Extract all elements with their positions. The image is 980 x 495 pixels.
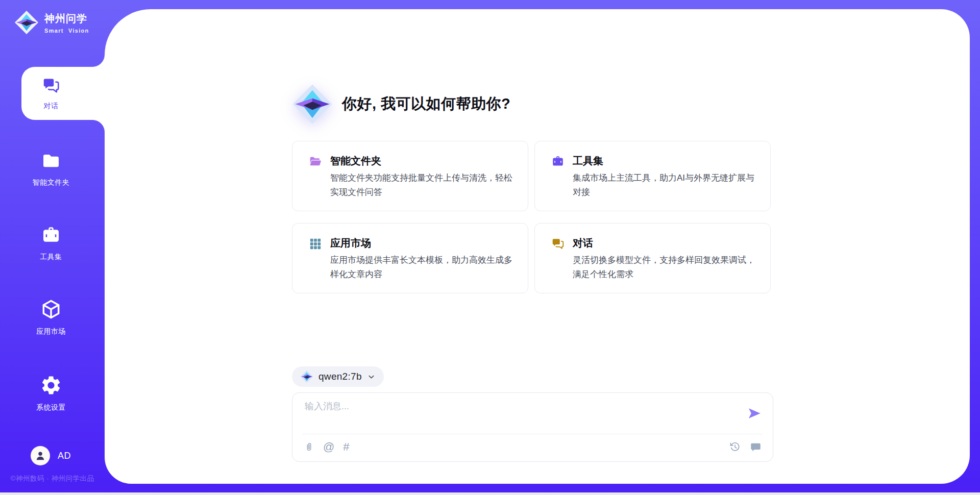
card-title: 应用市场 bbox=[330, 236, 513, 250]
user-chip[interactable]: AD bbox=[31, 446, 71, 465]
mention-icon[interactable]: @ bbox=[323, 441, 334, 453]
sidebar-item-chat[interactable]: 对话 bbox=[0, 77, 102, 111]
sidebar-item-label: 工具集 bbox=[0, 253, 102, 262]
chat-icon bbox=[42, 77, 60, 95]
card-app-market[interactable]: 应用市场 应用市场提供丰富长文本模板，助力高效生成多样化文章内容 bbox=[292, 223, 528, 293]
bottom-strip bbox=[0, 492, 980, 495]
card-chat[interactable]: 对话 灵活切换多模型文件，支持多样回复效果调试，满足个性化需求 bbox=[534, 223, 771, 293]
diamond-logo-icon bbox=[14, 10, 39, 35]
apps-grid-icon bbox=[309, 237, 322, 282]
card-body: 智能文件夹 智能文件夹功能支持批量文件上传与清洗，轻松实现文件问答 bbox=[330, 154, 513, 200]
sidebar-item-label: 智能文件夹 bbox=[0, 178, 102, 187]
composer: @ # bbox=[292, 392, 773, 462]
folder-open-icon bbox=[309, 155, 322, 200]
topic-hash-icon[interactable]: # bbox=[343, 441, 349, 453]
card-description: 集成市场上主流工具，助力AI与外界无缝扩展与对接 bbox=[573, 171, 756, 200]
card-body: 工具集 集成市场上主流工具，助力AI与外界无缝扩展与对接 bbox=[573, 154, 756, 200]
message-input[interactable] bbox=[305, 400, 723, 429]
card-toolset[interactable]: 工具集 集成市场上主流工具，助力AI与外界无缝扩展与对接 bbox=[534, 141, 771, 211]
greeting-title: 你好, 我可以如何帮助你? bbox=[342, 94, 510, 114]
brand-text: 神州问学 Smart Vision bbox=[44, 12, 89, 34]
card-smart-folder[interactable]: 智能文件夹 智能文件夹功能支持批量文件上传与清洗，轻松实现文件问答 bbox=[292, 141, 528, 211]
notch-fillet-top bbox=[92, 55, 105, 67]
chevron-down-icon bbox=[367, 373, 376, 381]
greeting: 你好, 我可以如何帮助你? bbox=[292, 84, 510, 125]
avatar bbox=[31, 446, 50, 465]
history-icon[interactable] bbox=[729, 441, 741, 453]
sidebar: 神州问学 Smart Vision 对话 智能文件夹 工具集 bbox=[0, 0, 105, 495]
chat-icon bbox=[551, 237, 565, 282]
sidebar-item-toolset[interactable]: 工具集 bbox=[0, 226, 102, 262]
card-body: 应用市场 应用市场提供丰富长文本模板，助力高效生成多样化文章内容 bbox=[330, 236, 513, 282]
send-icon[interactable] bbox=[747, 406, 762, 420]
sidebar-item-app-market[interactable]: 应用市场 bbox=[0, 298, 102, 336]
sidebar-item-label: 应用市场 bbox=[0, 327, 102, 336]
brand: 神州问学 Smart Vision bbox=[14, 10, 89, 35]
copyright: ©神州数码 · 神州问学出品 bbox=[0, 474, 105, 483]
composer-toolbar: @ # bbox=[304, 438, 762, 456]
user-name: AD bbox=[58, 451, 71, 461]
composer-right-tools bbox=[729, 441, 762, 453]
sidebar-item-settings[interactable]: 系统设置 bbox=[0, 374, 102, 412]
composer-left-tools: @ # bbox=[304, 441, 350, 453]
composer-divider bbox=[303, 434, 763, 434]
gear-icon bbox=[40, 374, 62, 397]
card-title: 对话 bbox=[573, 236, 756, 250]
sidebar-item-label: 系统设置 bbox=[0, 403, 102, 412]
card-title: 智能文件夹 bbox=[330, 154, 513, 167]
card-description: 应用市场提供丰富长文本模板，助力高效生成多样化文章内容 bbox=[330, 253, 513, 282]
card-body: 对话 灵活切换多模型文件，支持多样回复效果调试，满足个性化需求 bbox=[573, 236, 756, 282]
feedback-bubble-icon[interactable] bbox=[750, 441, 762, 453]
feature-cards: 智能文件夹 智能文件夹功能支持批量文件上传与清洗，轻松实现文件问答 工具集 集成… bbox=[292, 141, 771, 293]
model-diamond-logo-icon bbox=[300, 370, 313, 383]
brand-name: 神州问学 bbox=[44, 12, 89, 26]
attachment-icon[interactable] bbox=[304, 442, 314, 453]
sidebar-item-smart-folder[interactable]: 智能文件夹 bbox=[0, 151, 102, 187]
card-description: 智能文件夹功能支持批量文件上传与清洗，轻松实现文件问答 bbox=[330, 171, 513, 200]
toolbox-icon bbox=[41, 226, 61, 246]
brand-subtitle: Smart Vision bbox=[44, 28, 89, 34]
card-description: 灵活切换多模型文件，支持多样回复效果调试，满足个性化需求 bbox=[573, 253, 756, 282]
sidebar-item-label: 对话 bbox=[0, 102, 102, 111]
notch-fillet-bottom bbox=[92, 120, 105, 132]
card-title: 工具集 bbox=[573, 154, 756, 167]
model-name: qwen2:7b bbox=[318, 371, 362, 382]
apps-cube-icon bbox=[40, 298, 62, 320]
toolbox-icon bbox=[551, 155, 565, 200]
folder-icon bbox=[41, 151, 61, 171]
assistant-diamond-logo-icon bbox=[292, 84, 333, 125]
model-selector[interactable]: qwen2:7b bbox=[292, 366, 384, 387]
